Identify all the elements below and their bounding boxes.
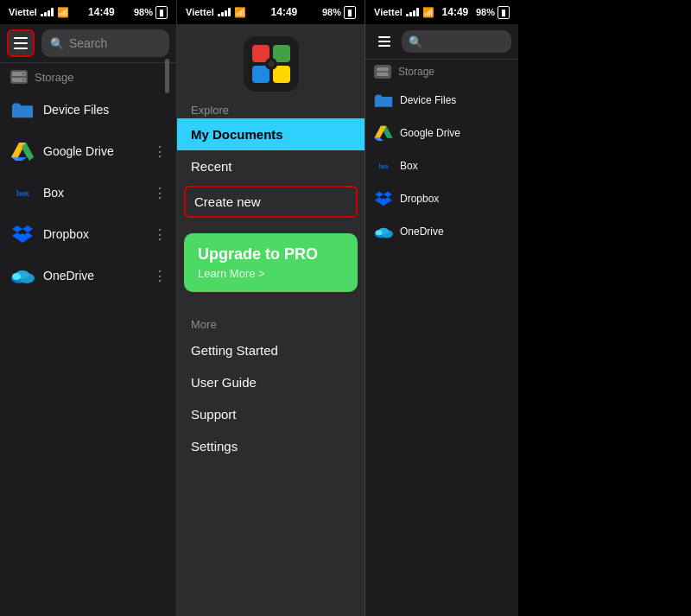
carrier-label-right: Viettel [374,7,403,17]
wifi-icon: 📶 [57,7,69,18]
svg-point-2 [22,73,24,74]
svg-marker-9 [12,225,22,232]
search-bar[interactable]: 🔍 Search [41,29,169,57]
onedrive-label-right: OneDrive [400,225,444,238]
nav-item-device-files-right[interactable]: Device Files [365,84,518,117]
getting-started-item[interactable]: Getting Started [177,334,365,366]
upgrade-banner[interactable]: Upgrade to PRO Learn More > [184,233,358,292]
svg-marker-31 [375,192,384,198]
box-icon: box [10,181,35,205]
dropbox-icon [10,222,35,246]
support-label: Support [191,407,237,422]
folder-icon-right [374,91,393,110]
settings-item[interactable]: Settings [177,430,365,462]
status-bar-left: Viettel 📶 14:49 98% ▮ [0,0,176,24]
menu-button-right[interactable] [372,29,396,54]
signal-bars-mid [218,8,231,16]
right-panel: Viettel 📶 14:49 98% ▮ 🔍 Storage [365,0,518,616]
status-bar-right-right: 98% ▮ [476,6,510,19]
nav-item-google-drive[interactable]: Google Drive ⋮ [0,130,176,172]
my-documents-item[interactable]: My Documents [177,118,365,150]
box-label-right: Box [400,160,418,172]
signal-bars-icon [41,8,54,16]
status-bar-right-mid: 98% ▮ [322,6,356,19]
more-label: More [177,304,365,334]
google-drive-menu-icon[interactable]: ⋮ [153,143,168,160]
create-new-item[interactable]: Create new [184,186,358,218]
app-logo-area [177,24,365,97]
onedrive-icon [10,264,35,288]
status-bar-left-mid: Viettel 📶 [186,7,246,18]
left-panel: Viettel 📶 14:49 98% ▮ 🔍 Search [0,0,177,616]
search-icon: 🔍 [50,37,64,50]
svg-rect-27 [377,73,388,76]
status-bar-left-content: Viettel 📶 [9,7,69,18]
status-bar-right: Viettel 📶 14:49 98% ▮ [365,0,518,24]
storage-icon-right [374,65,391,79]
svg-point-40 [376,230,383,235]
time-display-right: 14:49 [442,6,469,18]
box-label: Box [43,186,64,200]
nav-item-google-drive-right[interactable]: Google Drive [365,117,518,149]
box-icon-right: box [374,156,393,175]
dropbox-menu-icon[interactable]: ⋮ [153,226,168,243]
support-item[interactable]: Support [177,398,365,430]
user-guide-label: User Guide [191,375,257,390]
upgrade-subtitle: Learn More > [198,267,344,280]
nav-item-onedrive[interactable]: OneDrive ⋮ [0,255,176,296]
drag-handle[interactable] [165,59,169,93]
search-placeholder: Search [69,36,107,50]
battery-icon: ▮ [155,6,168,19]
status-bar-right-content: 98% ▮ [134,6,168,19]
nav-item-onedrive-right[interactable]: OneDrive [365,215,518,248]
storage-section-header: Storage [0,63,176,89]
svg-rect-22 [273,66,290,83]
gdrive-icon [10,139,35,163]
onedrive-label: OneDrive [43,269,94,283]
settings-label: Settings [191,439,238,454]
carrier-label-mid: Viettel [186,7,214,17]
nav-item-dropbox[interactable]: Dropbox ⋮ [0,213,176,255]
menu-button[interactable] [7,29,35,57]
nav-item-device-files[interactable]: Device Files [0,89,176,130]
google-drive-label-right: Google Drive [400,127,460,139]
middle-panel: Viettel 📶 14:49 98% ▮ [177,0,365,616]
status-bar-left-right: Viettel 📶 [374,7,434,18]
svg-point-3 [22,79,24,80]
svg-rect-20 [273,45,290,62]
box-menu-icon[interactable]: ⋮ [153,185,168,201]
onedrive-menu-icon[interactable]: ⋮ [153,268,168,284]
battery-percentage-mid: 98% [322,7,341,17]
carrier-label: Viettel [9,7,37,17]
svg-rect-19 [252,45,269,62]
search-bar-right[interactable]: 🔍 [402,30,511,53]
getting-started-label: Getting Started [191,343,278,358]
storage-label-right: Storage [398,66,434,78]
google-drive-label: Google Drive [43,144,114,158]
storage-label: Storage [35,71,74,84]
top-bar-right: 🔍 [365,24,518,59]
svg-point-25 [269,61,274,67]
nav-item-box-right[interactable]: box Box [365,149,518,182]
dropbox-icon-right [374,189,393,208]
folder-icon [10,98,35,122]
onedrive-icon-right [374,222,393,241]
wifi-icon-right: 📶 [422,7,434,18]
battery-icon-right: ▮ [498,6,510,19]
storage-section-header-right: Storage [365,60,518,84]
nav-item-dropbox-right[interactable]: Dropbox [365,182,518,215]
my-documents-label: My Documents [191,127,283,142]
wifi-icon-mid: 📶 [234,7,246,18]
battery-right: 98% [476,7,495,17]
recent-item[interactable]: Recent [177,150,365,182]
recent-label: Recent [191,159,232,174]
app-logo [244,36,299,92]
status-bar-middle: Viettel 📶 14:49 98% ▮ [177,0,365,24]
nav-item-box[interactable]: box Box ⋮ [0,172,176,213]
gdrive-icon-right [374,124,393,143]
svg-point-18 [12,273,21,280]
battery-icon-mid: ▮ [344,6,356,19]
dropbox-label-right: Dropbox [400,193,439,205]
user-guide-item[interactable]: User Guide [177,366,365,398]
svg-rect-26 [377,67,388,71]
